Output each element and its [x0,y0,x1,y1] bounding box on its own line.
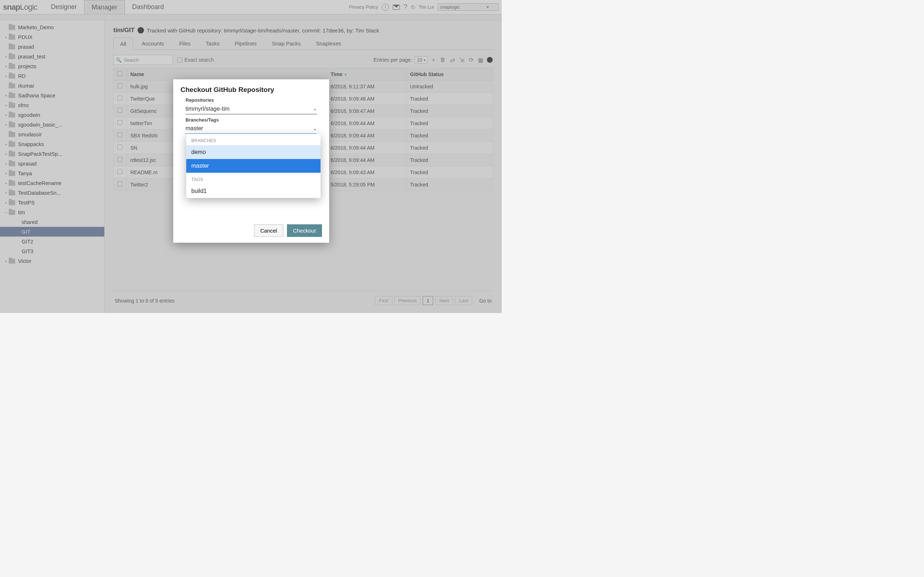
row-checkbox[interactable] [117,132,122,137]
add-icon[interactable]: ＋ [430,56,437,63]
privacy-link[interactable]: Privacy Policy [349,4,378,10]
sidebar-item-prasad[interactable]: prasad [0,42,104,52]
github-link-icon[interactable] [486,56,493,63]
cell-status: Tracked [406,117,493,129]
sidebar-item-rd[interactable]: +RD [0,71,104,81]
tab-files[interactable]: Files [173,37,197,49]
logout-icon[interactable]: ⎋ [411,3,415,11]
sidebar-item-projects[interactable]: +projects [0,61,104,71]
sidebar-item-marketo_demo[interactable]: Marketo_Demo [0,23,104,32]
alert-icon[interactable]: ! [382,3,389,11]
branch-select[interactable]: master⌄ [186,123,317,134]
epp-select[interactable]: 10▾ [415,56,427,63]
col-time[interactable]: Time▼ [327,68,406,81]
branch-dropdown: BRANCHES demo master TAGS build1 [186,134,320,198]
sidebar-item-sprasad[interactable]: +sprasad [0,159,104,168]
sidebar-item-tim[interactable]: −tim [0,207,104,217]
top-tabs: Designer Manager Dashboard [44,0,171,14]
exact-search-toggle[interactable]: Exact search [177,57,214,63]
cancel-button[interactable]: Cancel [254,224,283,237]
sidebar-item-sadhana space[interactable]: +Sadhana Space [0,90,104,100]
import-icon[interactable]: ⇲ [459,56,465,63]
branch-option-master[interactable]: master [186,159,320,173]
cell-time: 6/2018, 9:11:37 AM [327,81,406,93]
epp-label: Entries per page: [373,57,412,63]
toolbar: 🔍 Search Exact search Entries per page: … [113,55,493,65]
cell-time: 6/2018, 9:09:44 AM [327,154,406,166]
showing-text: Showing 1 to 9 of 9 entries [115,298,175,304]
org-select[interactable]: snaplogic▾ [438,3,499,11]
tab-dashboard[interactable]: Dashboard [125,0,171,14]
row-checkbox[interactable] [117,145,122,150]
refresh-icon[interactable]: ⟳ [468,56,474,63]
breadcrumb-path: tim/GIT [113,27,135,34]
top-right: Privacy Policy ! ? ⎋ Tim Lui snaplogic▾ [349,3,499,11]
tab-snap-packs[interactable]: Snap Packs [265,37,307,49]
branch-option-demo[interactable]: demo [186,145,320,159]
sidebar-item-sgoodwin_basic_...[interactable]: +sgoodwin_basic_... [0,120,104,129]
row-checkbox[interactable] [117,157,122,162]
chevron-down-icon: ⌄ [313,126,317,131]
col-github-status[interactable]: GitHub Status [406,68,493,81]
sidebar-item-testcacherename[interactable]: +testCacheRename [0,178,104,188]
tab-snaplexes[interactable]: Snaplexes [309,37,347,49]
tab-designer[interactable]: Designer [44,0,84,14]
sidebar-item-snappacktestsp...[interactable]: +SnapPackTestSp... [0,149,104,159]
grid-icon[interactable]: ▦ [477,56,484,63]
tab-pipelines[interactable]: Pipelines [228,37,263,49]
sidebar-item-shared[interactable]: shared [0,217,104,227]
sidebar-item-sfmc[interactable]: +sfmc [0,100,104,110]
sidebar-item-sgoodwin[interactable]: +sgoodwin [0,110,104,120]
cell-status: Tracked [406,93,493,105]
sidebar-item-testdatabasesn...[interactable]: +TestDatabaseSn... [0,188,104,198]
sidebar-item-git2[interactable]: GIT2 [0,237,104,246]
col-name[interactable]: Name [127,68,327,81]
next-button[interactable]: Next [435,296,453,305]
sidebar-item-git3[interactable]: GIT3 [0,246,104,256]
sidebar-item-testps[interactable]: +TestPS [0,198,104,207]
sidebar-item-prasad_test[interactable]: +prasad_test [0,52,104,61]
cell-status: Tracked [406,142,493,154]
page-1-button[interactable]: 1 [423,296,433,305]
tab-accounts[interactable]: Accounts [135,37,171,49]
sidebar-item-tanya[interactable]: +Tanya [0,168,104,178]
swap-icon[interactable]: ⇄ [449,56,456,63]
cell-time: 6/2018, 9:09:44 AM [327,129,406,142]
row-checkbox[interactable] [117,108,122,113]
sidebar-item-git[interactable]: GIT [0,227,104,237]
cell-time: 5/2018, 5:29:05 PM [327,179,406,191]
sidebar-item-smudassir[interactable]: smudassir [0,129,104,139]
sidebar-item-pdux[interactable]: +PDUX [0,32,104,42]
help-icon[interactable]: ? [404,3,407,11]
tab-all[interactable]: All [113,37,133,50]
tab-manager[interactable]: Manager [84,0,125,14]
last-button[interactable]: Last [455,296,472,305]
sidebar-item-rkumar[interactable]: rkumar [0,81,104,90]
row-checkbox[interactable] [117,169,122,174]
sidebar: Marketo_Demo+PDUXprasad+prasad_test+proj… [0,20,105,313]
tag-option-build1[interactable]: build1 [186,184,320,198]
repo-select[interactable]: timmyrl/stage-tim⌄ [186,103,317,114]
cell-time: 6/2018, 9:09:48 AM [327,93,406,105]
first-button[interactable]: First [375,296,392,305]
row-checkbox[interactable] [117,120,122,125]
row-checkbox[interactable] [117,95,122,101]
sidebar-item-victor[interactable]: +Victor [0,256,104,266]
tab-tasks[interactable]: Tasks [199,37,226,49]
cell-time: 6/2018, 9:09:47 AM [327,105,406,117]
content-tabs: AllAccountsFilesTasksPipelinesSnap Packs… [113,37,493,50]
row-checkbox[interactable] [117,181,122,187]
cell-status: Tracked [406,154,493,166]
sidebar-item-snappacks[interactable]: +Snappacks [0,139,104,149]
prev-button[interactable]: Previous [394,296,421,305]
delete-icon[interactable]: 🗑 [439,56,446,63]
row-checkbox[interactable] [117,83,122,89]
cell-status: Tracked [406,179,493,191]
cell-status: Tracked [406,105,493,117]
col-checkbox[interactable] [114,68,127,81]
checkout-button[interactable]: Checkout [287,224,322,237]
mail-icon[interactable] [393,5,400,10]
goto-label: Go to [479,298,492,304]
subbar [0,15,502,20]
search-input[interactable]: 🔍 Search [113,55,173,65]
